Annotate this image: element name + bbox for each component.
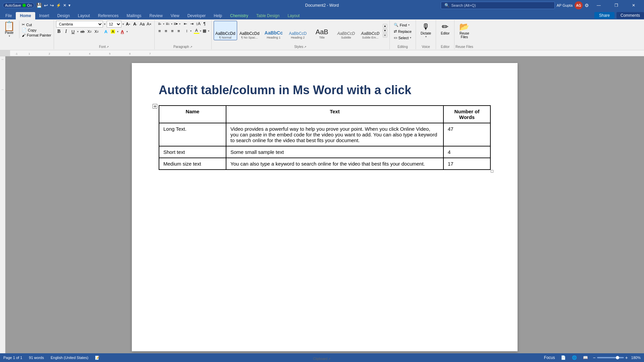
superscript-button[interactable]: X2 [94, 28, 100, 35]
highlight-dropdown-icon[interactable]: ▾ [117, 30, 118, 33]
zoom-thumb[interactable] [616, 356, 619, 359]
user-avatar[interactable]: AG [575, 1, 583, 9]
font-size-select[interactable]: 12 [107, 21, 121, 27]
dictate-button[interactable]: 🎙 Dictate ▾ [418, 21, 434, 40]
increase-indent-button[interactable]: ⇥ [189, 21, 195, 27]
font-color-button[interactable]: A [119, 28, 125, 35]
row3-text[interactable]: You can also type a keyword to search on… [226, 158, 443, 170]
change-case-button[interactable]: Aa [139, 21, 145, 27]
tab-view[interactable]: View [167, 12, 183, 19]
numbering-button[interactable]: ≡1 [165, 21, 171, 27]
find-button[interactable]: 🔍 Find ▾ [392, 22, 414, 28]
align-left-button[interactable]: ≡ [157, 28, 163, 34]
autosave-toggle[interactable]: AutoSave On [3, 3, 34, 8]
table-row[interactable]: Medium size text You can also type a key… [159, 158, 490, 170]
tab-file[interactable]: File [1, 12, 16, 19]
clipboard-expand-icon[interactable]: ↗ [328, 357, 331, 361]
tab-table-design[interactable]: Table Design [252, 12, 283, 19]
document-table[interactable]: Name Text Number of Words Long Text. Vid… [159, 105, 491, 170]
table-row[interactable]: Long Text. Video provides a powerful way… [159, 123, 490, 146]
restore-button[interactable]: ❐ [608, 0, 624, 11]
find-dropdown-icon[interactable]: ▾ [408, 23, 410, 26]
paste-button[interactable]: 📋 Paste ▾ [1, 21, 17, 38]
share-button[interactable]: Share [594, 12, 614, 19]
editor-button[interactable]: ✏ Editor [438, 21, 452, 37]
search-box[interactable]: 🔍 Search (Alt+Q) [441, 2, 555, 9]
minimize-button[interactable]: — [591, 0, 606, 11]
show-marks-button[interactable]: ¶ [202, 21, 208, 27]
table-move-handle[interactable]: ✛ [153, 104, 157, 109]
shading-dropdown-icon[interactable]: ▾ [200, 29, 201, 33]
font-family-dropdown-icon[interactable]: ▾ [104, 22, 106, 26]
font-size-dropdown-icon[interactable]: ▾ [122, 22, 124, 26]
subscript-button[interactable]: X2 [87, 28, 93, 35]
styles-more-icon[interactable]: ≡ [383, 33, 387, 38]
style-title[interactable]: AaB Title [310, 21, 334, 40]
numbering-dropdown-icon[interactable]: ▾ [171, 22, 172, 25]
styles-scroll-up-icon[interactable]: ▲ [383, 24, 387, 28]
italic-button[interactable]: I [63, 28, 69, 35]
replace-button[interactable]: ⇄ Replace [392, 28, 414, 34]
row2-text[interactable]: Some small sample text [226, 146, 443, 158]
multilevel-dropdown-icon[interactable]: ▾ [179, 22, 180, 25]
font-family-select[interactable]: Cambria [56, 21, 103, 27]
select-button[interactable]: ▭ Select ▾ [392, 35, 414, 41]
redo-icon[interactable]: ↪ [50, 3, 54, 8]
settings-icon[interactable]: ⚙ [585, 3, 589, 8]
styles-scroll-down-icon[interactable]: ▼ [383, 28, 387, 33]
tab-review[interactable]: Review [145, 12, 166, 19]
document-page[interactable]: Autofit table/column in Ms Word with a c… [132, 63, 518, 351]
text-effects-button[interactable]: A [103, 28, 109, 35]
row3-words[interactable]: 17 [443, 158, 490, 170]
select-dropdown-icon[interactable]: ▾ [410, 36, 411, 39]
align-right-button[interactable]: ≡ [169, 28, 175, 34]
increase-font-size-button[interactable]: A+ [125, 21, 131, 27]
tab-mailings[interactable]: Mailings [122, 12, 145, 19]
style-heading2[interactable]: AaBbCcD Heading 2 [286, 21, 310, 40]
styles-expand-icon[interactable]: ↗ [304, 45, 307, 49]
line-spacing-button[interactable]: ↕ [184, 28, 190, 34]
tab-home[interactable]: Home [16, 12, 35, 19]
bold-button[interactable]: B [56, 28, 62, 35]
dictate-dropdown-icon[interactable]: ▾ [425, 35, 427, 38]
row2-name[interactable]: Short text [159, 146, 226, 158]
document-area[interactable]: Autofit table/column in Ms Word with a c… [5, 56, 644, 353]
bullets-dropdown-icon[interactable]: ▾ [163, 22, 164, 25]
undo-icon[interactable]: ↩ [44, 3, 48, 8]
underline-dropdown-icon[interactable]: ▾ [77, 30, 78, 33]
row1-text[interactable]: Video provides a powerful way to help yo… [226, 123, 443, 146]
strikethrough-button[interactable]: ab [79, 28, 86, 35]
save-icon[interactable]: 💾 [36, 3, 42, 8]
reuse-files-button[interactable]: 📂 ReuseFiles [457, 21, 472, 40]
shading-button[interactable]: A [194, 28, 200, 34]
close-button[interactable]: ✕ [626, 0, 641, 11]
sort-button[interactable]: ↕A [195, 21, 201, 27]
format-painter-button[interactable]: 🖌 Format Painter [21, 33, 52, 38]
style-subtitle[interactable]: AaBbCcD Subtitle [334, 21, 358, 40]
style-heading1[interactable]: AaBbCc Heading 1 [262, 21, 285, 40]
comments-button[interactable]: Comments [616, 12, 644, 19]
align-center-button[interactable]: ≡ [163, 28, 169, 34]
style-normal[interactable]: AaBbCcDd ¶ Normal [214, 21, 237, 40]
copy-button[interactable]: 📄 Copy [21, 27, 52, 33]
line-spacing-dropdown-icon[interactable]: ▾ [190, 29, 192, 33]
style-subtle-em[interactable]: AaBbCcD Subtle Em... [359, 21, 382, 40]
tab-developer[interactable]: Developer [183, 12, 210, 19]
multilevel-button[interactable]: ≡▶ [173, 21, 179, 27]
table-row[interactable]: Short text Some small sample text 4 [159, 146, 490, 158]
tab-insert[interactable]: Insert [35, 12, 53, 19]
tab-references[interactable]: References [94, 12, 122, 19]
row1-name[interactable]: Long Text. [159, 123, 226, 146]
clear-formatting-button[interactable]: A✕ [146, 21, 152, 27]
close-customize-icon[interactable]: ✕ [63, 3, 66, 8]
tab-layout[interactable]: Layout [74, 12, 94, 19]
justify-button[interactable]: ≡ [176, 28, 182, 34]
bullets-button[interactable]: ≡• [157, 21, 163, 27]
style-no-spacing[interactable]: AaBbCcDd ¶ No Spac... [238, 21, 261, 40]
borders-button[interactable]: ▦ [202, 28, 208, 34]
customize-icon[interactable]: ⚡ [56, 3, 61, 8]
zoom-track[interactable] [597, 357, 624, 358]
paragraph-expand-icon[interactable]: ↗ [190, 45, 193, 49]
paste-dropdown-arrow[interactable]: ▾ [9, 35, 10, 38]
tab-table-layout[interactable]: Layout [283, 12, 304, 19]
